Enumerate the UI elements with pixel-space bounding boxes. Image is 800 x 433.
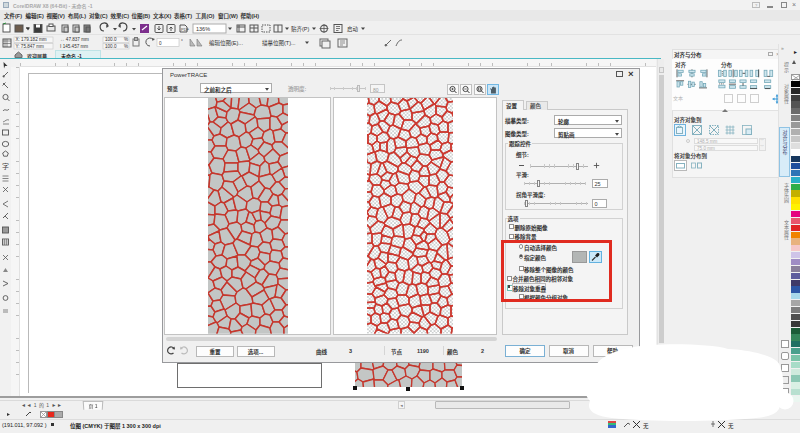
svg-text:%: % (124, 44, 128, 49)
svg-text:启动: 启动 (347, 25, 359, 33)
svg-text:PDF: PDF (181, 27, 190, 32)
svg-text:100.0: 100.0 (105, 37, 117, 42)
svg-text:136%: 136% (196, 26, 210, 32)
svg-text:Ⅰ 145.457 mm: Ⅰ 145.457 mm (60, 44, 88, 49)
svg-text:↔ 47.837 mm: ↔ 47.837 mm (60, 37, 89, 42)
svg-text:描摹位图(T)...: 描摹位图(T)... (262, 39, 296, 47)
svg-text:°: ° (181, 39, 183, 44)
svg-text:Y: 75.847 mm: Y: 75.847 mm (16, 44, 45, 49)
svg-text:编辑位图(E)...: 编辑位图(E)... (209, 39, 243, 47)
svg-text:X: 179.182 mm: X: 179.182 mm (16, 37, 47, 42)
svg-text:字: 字 (2, 162, 9, 170)
svg-text:0: 0 (159, 41, 162, 46)
svg-text:%: % (124, 37, 128, 42)
svg-text:100.0: 100.0 (105, 44, 117, 49)
svg-text:贴齐(P): 贴齐(P) (291, 25, 310, 33)
